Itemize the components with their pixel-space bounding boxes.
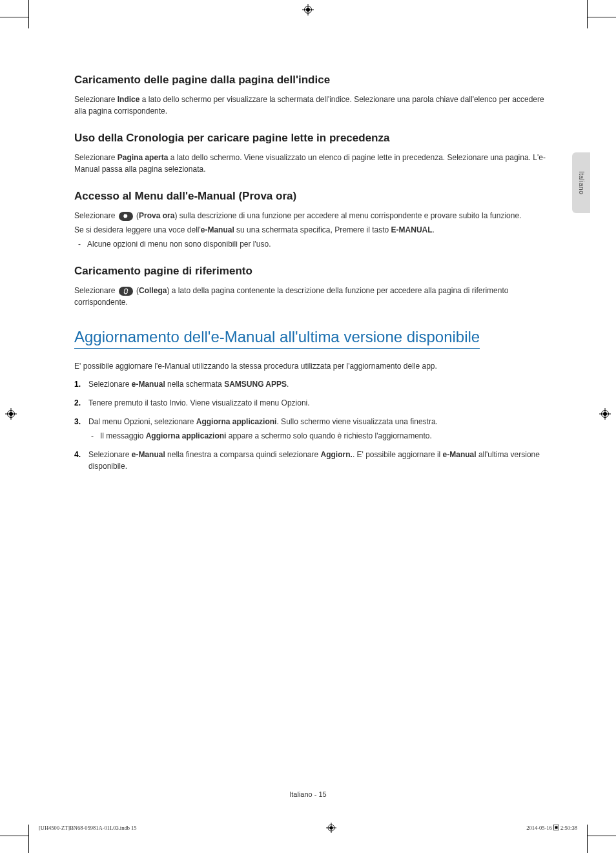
- page: Italiano Caricamento delle pagine dalla …: [26, 6, 590, 837]
- clock-icon: [553, 825, 559, 830]
- footer-file: [UH4500-ZT]BN68-05981A-01L03.indb 15: [39, 825, 137, 831]
- list-item: Alcune opzioni di menu non sono disponib…: [74, 238, 546, 250]
- language-tab: Italiano: [572, 152, 590, 213]
- language-tab-label: Italiano: [578, 171, 585, 194]
- section-index-pages: Caricamento delle pagine dalla pagina de…: [74, 73, 546, 117]
- svg-rect-18: [555, 826, 557, 828]
- list-item: Selezionare e-Manual nella schermata SAM…: [74, 378, 546, 391]
- body-text: Selezionare Indice a lato dello schermo …: [74, 94, 546, 117]
- page-number: Italiano - 15: [26, 790, 590, 798]
- body-text: Selezionare Pagina aperta a lato dello s…: [74, 152, 546, 175]
- page-content: Caricamento delle pagine dalla pagina de…: [74, 73, 546, 487]
- list-item: Dal menu Opzioni, selezionare Aggiorna a…: [74, 416, 546, 442]
- steps-list: Selezionare e-Manual nella schermata SAM…: [74, 378, 546, 473]
- registration-mark-icon: [599, 408, 611, 420]
- section-title: Caricamento delle pagine dalla pagina de…: [74, 73, 546, 87]
- try-now-icon: [119, 212, 133, 221]
- body-text: Selezionare (Collega) a lato della pagin…: [74, 285, 546, 308]
- registration-mark-icon: [5, 408, 17, 420]
- main-heading: Aggiornamento dell'e-Manual all'ultima v…: [74, 327, 480, 349]
- body-text: Se si desidera leggere una voce dell'e-M…: [74, 224, 546, 236]
- body-text: E' possibile aggiornare l'e-Manual utili…: [74, 360, 546, 372]
- section-title: Accesso al Menu dall'e-Manual (Prova ora…: [74, 189, 546, 203]
- section-history: Uso della Cronologia per caricare pagine…: [74, 131, 546, 175]
- body-text: Selezionare (Prova ora) sulla descrizion…: [74, 210, 546, 221]
- section-reference-pages: Caricamento pagine di riferimento Selezi…: [74, 264, 546, 308]
- section-menu-access: Accesso al Menu dall'e-Manual (Prova ora…: [74, 189, 546, 250]
- link-icon: [119, 287, 133, 296]
- section-title: Caricamento pagine di riferimento: [74, 264, 546, 278]
- footer-meta: [UH4500-ZT]BN68-05981A-01L03.indb 15 201…: [39, 823, 577, 833]
- list-item: Tenere premuto il tasto Invio. Viene vis…: [74, 397, 546, 409]
- list-item: Il messaggio Aggiorna applicazioni appar…: [88, 430, 546, 442]
- footer-datetime: 2014-05-16 2:50:38: [526, 825, 577, 831]
- section-title: Uso della Cronologia per caricare pagine…: [74, 131, 546, 145]
- registration-mark-icon: [326, 823, 336, 833]
- section-update-emanual: Aggiornamento dell'e-Manual all'ultima v…: [74, 327, 546, 473]
- list-item: Selezionare e-Manual nella finestra a co…: [74, 449, 546, 473]
